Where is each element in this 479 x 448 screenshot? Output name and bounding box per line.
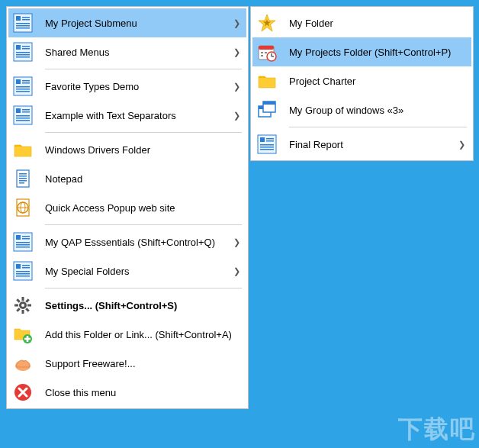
menu-item-label: Notepad xyxy=(45,173,240,185)
watermark: 下载吧 xyxy=(398,413,476,446)
submenu-icon xyxy=(13,105,33,125)
menu-item-label: Shared Menus xyxy=(45,47,229,58)
donate-icon xyxy=(13,353,33,373)
menu-item[interactable]: Example with Text Separators❯ xyxy=(8,101,246,130)
folder-icon xyxy=(257,71,277,91)
submenu-arrow-icon: ❯ xyxy=(233,18,240,28)
menu-item[interactable]: My Special Folders❯ xyxy=(8,256,246,285)
menu-item[interactable]: Close this menu xyxy=(8,378,246,407)
menu-item-label: Example with Text Separators xyxy=(45,110,229,121)
menu-item-label: Project Charter xyxy=(289,76,465,87)
submenu-icon xyxy=(257,134,277,154)
menu-item[interactable]: My Folder xyxy=(252,8,471,37)
submenu-arrow-icon: ❯ xyxy=(233,82,240,92)
menu-item[interactable]: My QAP Esssentials (Shift+Control+Q)❯ xyxy=(8,227,246,256)
submenu-arrow-icon: ❯ xyxy=(233,111,240,121)
submenu-arrow-icon: ❯ xyxy=(233,237,240,247)
windows-icon xyxy=(257,100,277,120)
menu-item[interactable]: My Group of windows «3» xyxy=(252,95,471,124)
menu-item-label: My Folder xyxy=(289,18,465,29)
submenu-icon xyxy=(13,232,33,252)
star-icon xyxy=(257,13,277,33)
main-menu: My Project Submenu❯Shared Menus❯Favorite… xyxy=(6,6,249,409)
menu-item[interactable]: Shared Menus❯ xyxy=(8,37,246,66)
menu-separator xyxy=(45,288,242,288)
menu-item-label: Quick Access Popup web site xyxy=(45,202,240,214)
close-icon xyxy=(13,382,33,402)
submenu-arrow-icon: ❯ xyxy=(233,47,240,57)
folder-add-icon xyxy=(13,324,33,344)
folder-icon xyxy=(13,140,33,160)
menu-item-label: Windows Drivers Folder xyxy=(45,144,240,156)
menu-item-label: My QAP Esssentials (Shift+Control+Q) xyxy=(45,237,229,248)
menu-item[interactable]: Quick Access Popup web site xyxy=(8,193,246,222)
gear-icon xyxy=(13,295,33,315)
menu-item-label: Settings... (Shift+Control+S) xyxy=(45,300,240,311)
menu-item-label: Support Freeware!... xyxy=(45,358,240,369)
menu-item[interactable]: Final Report❯ xyxy=(252,130,471,159)
menu-item[interactable]: My Projects Folder (Shift+Control+P) xyxy=(252,37,471,66)
menu-item[interactable]: Windows Drivers Folder xyxy=(8,135,246,164)
menu-item-label: Final Report xyxy=(289,139,454,150)
menu-item-label: My Project Submenu xyxy=(45,18,229,29)
submenu-arrow-icon: ❯ xyxy=(458,140,465,150)
sub-menu: My FolderMy Projects Folder (Shift+Contr… xyxy=(250,6,474,161)
web-icon xyxy=(13,198,33,218)
submenu-icon xyxy=(13,76,33,96)
submenu-icon xyxy=(13,42,33,62)
menu-item[interactable]: My Project Submenu❯ xyxy=(8,8,246,37)
menu-item-label: Favorite Types Demo xyxy=(45,81,229,92)
calendar-icon xyxy=(257,42,277,62)
document-icon xyxy=(13,169,33,189)
submenu-icon xyxy=(13,261,33,281)
menu-item-label: Close this menu xyxy=(45,387,240,398)
menu-item-label: My Special Folders xyxy=(45,266,229,277)
submenu-arrow-icon: ❯ xyxy=(233,266,240,276)
menu-item-label: My Group of windows «3» xyxy=(289,105,465,116)
menu-item[interactable]: Add this Folder or Link... (Shift+Contro… xyxy=(8,320,246,349)
menu-item-label: Add this Folder or Link... (Shift+Contro… xyxy=(45,329,240,340)
menu-item[interactable]: Support Freeware!... xyxy=(8,349,246,378)
menu-item[interactable]: Favorite Types Demo❯ xyxy=(8,72,246,101)
menu-item[interactable]: Notepad xyxy=(8,164,246,193)
menu-separator xyxy=(45,69,242,69)
submenu-icon xyxy=(13,13,33,33)
menu-item[interactable]: Settings... (Shift+Control+S) xyxy=(8,291,246,320)
menu-separator xyxy=(45,224,242,225)
menu-item[interactable]: Project Charter xyxy=(252,66,471,95)
menu-separator xyxy=(289,127,467,127)
menu-item-label: My Projects Folder (Shift+Control+P) xyxy=(289,47,465,58)
menu-separator xyxy=(45,132,242,133)
